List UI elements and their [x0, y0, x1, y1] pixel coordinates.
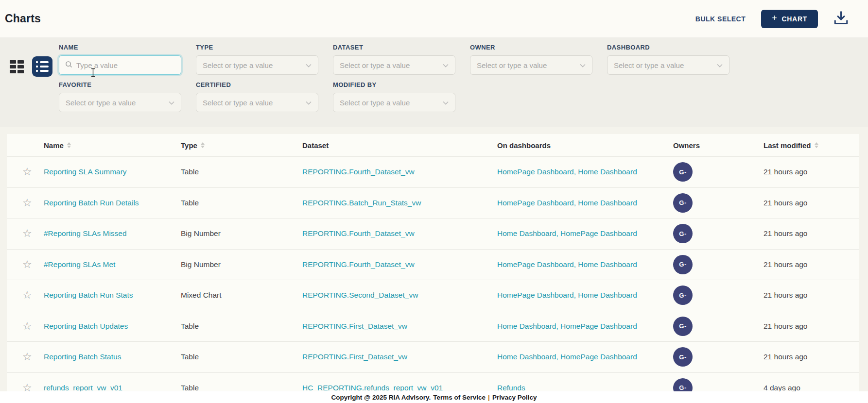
table-header-row: Name Type Dataset On dashboards Owners L… [7, 134, 859, 156]
certified-select[interactable]: Select or type a value [196, 93, 318, 112]
chart-type-cell: Mixed Chart [181, 291, 302, 300]
modified-by-select[interactable]: Select or type a value [333, 93, 455, 112]
column-header-type-label: Type [181, 141, 197, 150]
dashboards-link[interactable]: HomePage Dashboard, Home Dashboard [497, 260, 637, 269]
charts-table: Name Type Dataset On dashboards Owners L… [7, 134, 859, 403]
dataset-link[interactable]: REPORTING.Batch_Run_Stats_vw [302, 199, 421, 207]
table-row: ☆ Reporting Batch Run Stats Mixed Chart … [7, 280, 859, 311]
column-header-type[interactable]: Type [181, 141, 302, 150]
owner-avatar[interactable]: G- [673, 193, 693, 213]
add-chart-button[interactable]: + CHART [761, 10, 818, 28]
footer: Copyright @ 2025 RIA Advisory. Terms of … [0, 391, 868, 403]
dataset-link[interactable]: REPORTING.Fourth_Dataset_vw [302, 260, 415, 269]
dashboards-link[interactable]: Home Dashboard, HomePage Dashboard [497, 322, 637, 330]
filter-favorite-label: FAVORITE [59, 81, 181, 88]
filter-dataset-label: DATASET [333, 44, 455, 51]
filter-dashboard: DASHBOARD Select or type a value [607, 44, 729, 75]
dashboards-link[interactable]: HomePage Dashboard, Home Dashboard [497, 168, 637, 176]
favorite-star-icon[interactable]: ☆ [7, 352, 44, 362]
type-select[interactable]: Select or type a value [196, 55, 318, 75]
page-title: Charts [5, 12, 41, 25]
dashboards-link[interactable]: Refunds [497, 384, 525, 392]
list-view-icon[interactable] [32, 56, 52, 77]
column-header-dashboards: On dashboards [497, 141, 673, 150]
dashboards-link[interactable]: HomePage Dashboard, Home Dashboard [497, 291, 637, 299]
privacy-policy-link[interactable]: Privacy Policy [492, 394, 537, 401]
filter-owner-label: OWNER [470, 44, 592, 51]
terms-of-service-link[interactable]: Terms of Service [433, 394, 486, 401]
chart-name-link[interactable]: Reporting Batch Status [44, 353, 121, 361]
search-icon [65, 61, 72, 70]
column-header-dashboards-label: On dashboards [497, 141, 551, 150]
owner-avatar[interactable]: G- [673, 255, 693, 274]
favorite-select[interactable]: Select or type a value [59, 93, 181, 112]
favorite-star-icon[interactable]: ☆ [7, 259, 44, 270]
last-modified-cell: 21 hours ago [764, 168, 859, 176]
filter-favorite: FAVORITE Select or type a value [59, 81, 181, 112]
table-row: ☆ #Reporting SLAs Missed Big Number REPO… [7, 218, 859, 249]
name-search-box[interactable] [59, 55, 181, 75]
chart-name-link[interactable]: Reporting Batch Updates [44, 322, 128, 330]
chart-name-link[interactable]: Reporting SLA Summary [44, 168, 127, 176]
dashboards-link[interactable]: HomePage Dashboard, Home Dashboard [497, 199, 637, 207]
chart-name-link[interactable]: refunds_report_vw_v01 [44, 384, 122, 392]
copyright-text: Copyright @ 2025 RIA Advisory. [331, 394, 431, 401]
filter-bar: NAME TYPE Select or type a value DATASET… [0, 37, 868, 127]
table-row: ☆ #Reporting SLAs Met Big Number REPORTI… [7, 249, 859, 280]
chart-type-cell: Table [181, 168, 302, 176]
filter-dataset: DATASET Select or type a value [333, 44, 455, 75]
owner-avatar[interactable]: G- [673, 347, 693, 367]
download-button[interactable] [833, 11, 849, 27]
filter-row-1: NAME TYPE Select or type a value DATASET… [59, 44, 729, 75]
card-view-icon[interactable] [10, 60, 24, 73]
dataset-link[interactable]: REPORTING.Fourth_Dataset_vw [302, 168, 415, 176]
owner-select-placeholder: Select or type a value [477, 61, 547, 69]
chart-type-cell: Big Number [181, 229, 302, 238]
column-header-dataset: Dataset [302, 141, 497, 150]
chart-name-link[interactable]: Reporting Batch Run Stats [44, 291, 133, 299]
column-header-last-modified[interactable]: Last modified [764, 141, 859, 150]
view-toggles [10, 56, 52, 77]
bulk-select-button[interactable]: BULK SELECT [695, 15, 746, 23]
owner-avatar[interactable]: G- [673, 285, 693, 305]
sort-icon[interactable] [815, 142, 818, 148]
plus-icon: + [772, 13, 777, 23]
filter-name: NAME [59, 44, 181, 75]
dashboards-link[interactable]: Home Dashboard, HomePage Dashboard [497, 353, 637, 361]
chart-name-link[interactable]: Reporting Batch Run Details [44, 199, 139, 207]
column-header-owners: Owners [673, 141, 764, 150]
footer-separator: | [488, 394, 490, 401]
certified-select-placeholder: Select or type a value [203, 99, 273, 107]
chevron-down-icon [306, 98, 312, 107]
favorite-star-icon[interactable]: ☆ [7, 167, 44, 177]
column-header-name[interactable]: Name [44, 141, 181, 150]
dataset-link[interactable]: REPORTING.Second_Dataset_vw [302, 291, 418, 299]
filter-type: TYPE Select or type a value [196, 44, 318, 75]
sort-icon[interactable] [67, 142, 71, 148]
download-icon [833, 11, 849, 27]
owner-select[interactable]: Select or type a value [470, 55, 592, 75]
dataset-link[interactable]: REPORTING.Fourth_Dataset_vw [302, 229, 415, 237]
owner-avatar[interactable]: G- [673, 224, 693, 243]
favorite-star-icon[interactable]: ☆ [7, 321, 44, 332]
owner-avatar[interactable]: G- [673, 162, 693, 182]
owner-avatar[interactable]: G- [673, 317, 693, 336]
filter-name-label: NAME [59, 44, 181, 51]
sort-icon[interactable] [201, 142, 205, 148]
chart-name-link[interactable]: #Reporting SLAs Missed [44, 229, 127, 237]
filter-dashboard-label: DASHBOARD [607, 44, 729, 51]
chevron-down-icon [306, 61, 312, 69]
dataset-link[interactable]: REPORTING.First_Dataset_vw [302, 353, 407, 361]
favorite-star-icon[interactable]: ☆ [7, 290, 44, 301]
dataset-link[interactable]: HC_REPORTING.refunds_report_vw_v01 [302, 384, 443, 392]
dashboards-link[interactable]: Home Dashboard, HomePage Dashboard [497, 229, 637, 237]
chart-name-link[interactable]: #Reporting SLAs Met [44, 260, 115, 269]
type-select-placeholder: Select or type a value [203, 61, 273, 69]
chevron-down-icon [717, 61, 723, 69]
chart-type-cell: Table [181, 199, 302, 207]
dataset-link[interactable]: REPORTING.First_Dataset_vw [302, 322, 407, 330]
dataset-select[interactable]: Select or type a value [333, 55, 455, 75]
dashboard-select[interactable]: Select or type a value [607, 55, 729, 75]
favorite-star-icon[interactable]: ☆ [7, 198, 44, 208]
favorite-star-icon[interactable]: ☆ [7, 228, 44, 239]
